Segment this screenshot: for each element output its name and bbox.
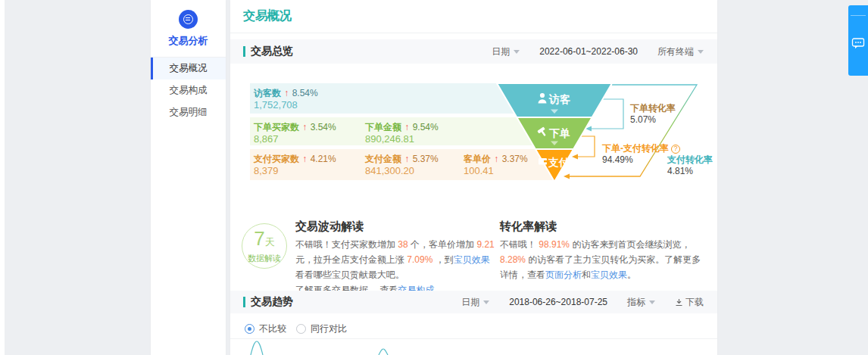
radio-label: 不比较 — [259, 322, 286, 335]
badge-number: 7 — [254, 227, 264, 250]
radio-label: 同行对比 — [311, 322, 347, 335]
radio-no-compare[interactable]: 不比较 — [245, 322, 286, 335]
sidebar-logo-area: 交易分析 — [151, 0, 226, 48]
metric-label: 支付买家数 — [254, 154, 299, 164]
text-segment: 元，拉升全店支付金额上涨 — [295, 254, 407, 265]
terminal-label: 所有终端 — [657, 45, 694, 58]
text-segment: 个，客单价增加 — [408, 239, 477, 250]
metric-dropdown[interactable]: 指标 — [627, 296, 655, 309]
text-segment: 不错哦！支付买家数增加 — [295, 239, 398, 250]
insight-right-body: 不错哦！ 98.91% 的访客来到首页会继续浏览， 8.28% 的访客看了主力宝… — [500, 237, 706, 282]
metric-value: 8,379 — [254, 165, 336, 176]
metric-label: 下单金额 — [365, 122, 401, 132]
funnel-stage-visitor[interactable]: 访客 — [497, 83, 612, 117]
conversion-label: 下单转化率 — [630, 103, 676, 114]
text-segment: 7.09% — [407, 254, 432, 265]
text-segment: ，到 — [432, 254, 453, 265]
help-icon[interactable]: ? — [671, 145, 680, 154]
left-margin — [0, 0, 5, 355]
metric-pay-amount: 支付金额 ↑ 5.37% 841,300.20 — [365, 154, 439, 176]
text-link[interactable]: 宝贝效果 — [591, 269, 627, 280]
visitor-person-icon — [540, 93, 545, 98]
insight-left-title: 交易波动解读 — [295, 220, 364, 234]
section-accent-bar — [243, 297, 245, 307]
metric-pay-buyers: 支付买家数 ↑ 4.21% 8,379 — [254, 154, 336, 176]
trend-date-dropdown[interactable]: 日期 — [461, 296, 489, 309]
text-segment: 的访客来到首页会继续浏览， — [570, 239, 690, 250]
text-link[interactable]: 宝贝效果 — [454, 254, 490, 265]
metric-pct: 4.21% — [311, 154, 336, 164]
chevron-down-icon — [483, 301, 489, 304]
trend-section-header: 交易趋势 日期 2018-06-26~2018-07-25 指标 下载 — [230, 291, 717, 313]
overview-date-dropdown[interactable]: 日期 — [492, 45, 520, 58]
radio-icon — [296, 324, 306, 334]
terminal-dropdown[interactable]: 所有终端 — [657, 45, 704, 58]
metric-value: 100.41 — [464, 165, 528, 176]
compare-radio-group: 不比较 同行对比 — [245, 322, 347, 335]
text-segment: 不错哦！ — [500, 239, 539, 250]
funnel-stage-label: 下单 — [548, 127, 570, 139]
chevron-down-icon — [698, 50, 704, 54]
metric-label: 下单买家数 — [254, 122, 299, 132]
text-link[interactable]: 页面分析 — [545, 269, 582, 280]
metric-dropdown-label: 指标 — [627, 296, 645, 309]
arrow-left-icon — [572, 154, 578, 160]
overview-date-range[interactable]: 2022-06-01~2022-06-30 — [539, 46, 638, 57]
metric-order-buyers: 下单买家数 ↑ 3.54% 8,867 — [254, 122, 336, 145]
metric-value: 890,246.81 — [365, 133, 439, 145]
metric-pct: 8.54% — [292, 88, 318, 98]
download-label: 下载 — [685, 296, 704, 309]
feedback-tab[interactable] — [848, 5, 868, 76]
radio-peer-compare[interactable]: 同行对比 — [296, 322, 347, 335]
sidebar: 交易分析 交易概况 交易构成 交易明细 — [151, 0, 226, 355]
arrow-up-icon: ↑ — [283, 88, 289, 98]
radio-icon — [245, 324, 254, 334]
page: 交易分析 交易概况 交易构成 交易明细 交易概况 交易总览 日期 2022-06… — [0, 0, 868, 355]
conversion-value: 4.81% — [667, 166, 713, 177]
metric-pct: 3.54% — [311, 122, 336, 132]
text-segment: 98.91% — [539, 239, 570, 250]
conversion-order: 下单转化率 5.07% — [630, 103, 676, 126]
page-title: 交易概况 — [243, 8, 292, 24]
chevron-down-icon — [649, 301, 655, 304]
metric-order-amount: 下单金额 ↑ 9.54% 890,246.81 — [365, 122, 439, 145]
date-label: 日期 — [461, 296, 479, 309]
text-segment: 9.21 — [476, 239, 494, 250]
page-header: 交易概况 — [230, 0, 717, 33]
arrow-left-icon — [564, 174, 570, 179]
arrow-up-icon: ↑ — [404, 122, 410, 132]
badge-caption: 数据解读 — [248, 253, 281, 264]
main-panel: 交易概况 交易总览 日期 2022-06-01~2022-06-30 所有终端 — [230, 0, 717, 355]
overview-section-title: 交易总览 — [251, 45, 293, 58]
sidebar-item-composition[interactable]: 交易构成 — [151, 79, 226, 101]
text-segment: 和 — [582, 269, 591, 280]
metric-value: 841,300.20 — [365, 165, 439, 176]
metric-pct: 3.37% — [502, 154, 528, 164]
funnel-stage-label: 支付 — [548, 157, 570, 168]
arrow-up-icon: ↑ — [301, 122, 308, 132]
date-label: 日期 — [492, 45, 510, 58]
conversion-pay: 支付转化率 4.81% — [667, 154, 713, 177]
metric-label: 客单价 — [464, 154, 491, 164]
chat-bubble-icon — [851, 37, 865, 50]
app-title: 交易分析 — [169, 34, 208, 48]
metric-pct: 9.54% — [413, 122, 439, 132]
overview-section-header: 交易总览 日期 2022-06-01~2022-06-30 所有终端 — [230, 39, 717, 64]
trend-peak — [251, 341, 263, 355]
arrow-up-icon: ↑ — [404, 154, 410, 164]
trend-peak — [379, 349, 388, 355]
text-segment: 。 — [627, 269, 636, 280]
section-accent-bar — [243, 46, 245, 57]
arrow-up-icon: ↑ — [493, 154, 499, 164]
metric-pct: 5.37% — [413, 154, 439, 164]
trend-date-range[interactable]: 2018-06-26~2018-07-25 — [509, 297, 607, 307]
sidebar-item-overview[interactable]: 交易概况 — [151, 58, 226, 79]
conversion-label: 支付转化率 — [667, 154, 713, 166]
insight-left-body: 不错哦！支付买家数增加 38 个，客单价增加 9.21 元，拉升全店支付金额上涨… — [295, 237, 498, 297]
sidebar-item-detail[interactable]: 交易明细 — [151, 101, 226, 123]
download-button[interactable]: 下载 — [675, 296, 704, 309]
conversion-value: 5.07% — [630, 114, 676, 126]
metric-value: 8,867 — [254, 133, 336, 145]
download-icon — [675, 298, 683, 307]
metric-label: 支付金额 — [365, 154, 401, 164]
